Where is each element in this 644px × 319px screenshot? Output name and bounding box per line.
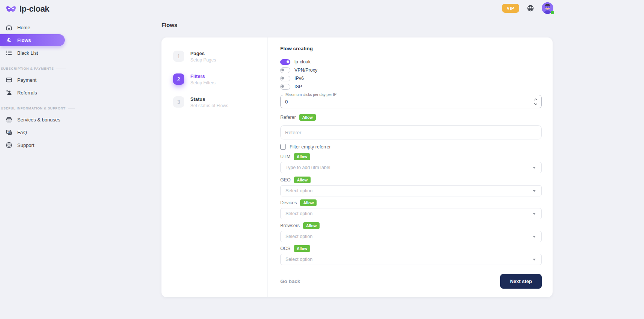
credit-card-icon xyxy=(6,76,12,83)
sidebar-item-flows[interactable]: Flows xyxy=(0,34,65,46)
browsers-placeholder: Select option xyxy=(285,234,533,239)
chevron-down-icon xyxy=(533,213,536,215)
lifebuoy-icon xyxy=(6,142,12,148)
brand-logo[interactable]: lp-cloak xyxy=(6,4,49,14)
toggle-row-isp: ISP xyxy=(280,82,542,91)
chevron-down-icon xyxy=(533,259,536,261)
utm-placeholder: Type to add utm label xyxy=(285,165,533,170)
gift-icon xyxy=(6,116,12,123)
devices-placeholder: Select option xyxy=(285,211,533,216)
user-avatar[interactable] xyxy=(542,2,553,14)
sidebar-item-services[interactable]: Services & bonuses xyxy=(0,113,75,126)
geo-label: GEO xyxy=(280,177,291,183)
checkbox-label: Filter empty referrer xyxy=(290,144,331,150)
sidebar: Home Flows Black List SUBSCRIPTION & PAY… xyxy=(0,21,75,151)
globe-language-icon[interactable] xyxy=(527,5,534,12)
step-subtitle: Setup Filters xyxy=(190,80,215,86)
online-status-dot xyxy=(551,11,554,14)
faq-bubble-icon: ?! xyxy=(6,129,12,136)
mask-logo-icon xyxy=(6,5,16,13)
referer-label-row: Referer Allow xyxy=(280,114,542,121)
list-icon xyxy=(6,49,12,56)
sidebar-item-label: Services & bonuses xyxy=(17,117,60,123)
step-title: Status xyxy=(190,96,228,102)
step-number: 1 xyxy=(173,51,184,62)
sidebar-section-support: USEFUL INFORMATION & SUPPORT xyxy=(1,106,75,110)
devices-select[interactable]: Select option xyxy=(280,208,542,219)
sidebar-item-black-list[interactable]: Black List xyxy=(0,46,75,59)
utm-allow-badge[interactable]: Allow xyxy=(294,153,310,160)
step-title: Filters xyxy=(190,73,215,79)
sidebar-item-support[interactable]: Support xyxy=(0,139,75,151)
flow-card: 1 Pages Setup Pages 2 Filters Setup Filt… xyxy=(161,37,553,297)
sidebar-section-subscription: SUBSCRIPTION & PAYMENTS xyxy=(1,67,75,70)
utm-label: UTM xyxy=(280,154,290,159)
step-subtitle: Setup Pages xyxy=(190,57,216,63)
vpn-proxy-toggle[interactable] xyxy=(280,67,290,73)
browsers-select[interactable]: Select option xyxy=(280,231,542,242)
sidebar-item-home[interactable]: Home xyxy=(0,21,75,34)
form-title: Flow creating xyxy=(280,46,542,51)
sidebar-item-label: Flows xyxy=(17,37,31,43)
sidebar-item-payment[interactable]: Payment xyxy=(0,73,75,86)
home-icon xyxy=(6,24,12,31)
sidebar-item-label: Black List xyxy=(17,50,38,56)
isp-toggle[interactable] xyxy=(280,84,290,90)
filter-empty-referrer-row[interactable]: Filter empty referrer xyxy=(280,144,542,150)
toggle-label: lp-cloak xyxy=(294,59,311,64)
utm-label-row: UTM Allow xyxy=(280,153,542,160)
next-step-button[interactable]: Next step xyxy=(500,274,542,289)
step-filters[interactable]: 2 Filters Setup Filters xyxy=(173,73,267,86)
toggle-label: VPN/Proxy xyxy=(294,67,317,73)
browsers-allow-badge[interactable]: Allow xyxy=(303,222,320,229)
step-pages[interactable]: 1 Pages Setup Pages xyxy=(173,51,267,63)
toggle-label: ISP xyxy=(294,84,302,89)
geo-allow-badge[interactable]: Allow xyxy=(294,177,311,183)
chevron-down-icon xyxy=(533,236,536,238)
utm-select[interactable]: Type to add utm label xyxy=(280,162,542,173)
sidebar-item-faq[interactable]: ?! FAQ xyxy=(0,126,75,139)
geo-select[interactable]: Select option xyxy=(280,185,542,196)
filter-empty-referrer-checkbox[interactable] xyxy=(280,144,286,150)
referer-input[interactable] xyxy=(285,130,537,135)
ocs-select[interactable]: Select option xyxy=(280,254,542,265)
number-stepper[interactable] xyxy=(535,99,537,105)
sidebar-item-label: Referrals xyxy=(17,90,37,96)
sidebar-item-referrals[interactable]: Referrals xyxy=(0,86,75,99)
ipv6-toggle[interactable] xyxy=(280,76,290,81)
referral-person-icon xyxy=(6,89,12,96)
referer-allow-badge[interactable]: Allow xyxy=(299,114,316,121)
devices-label: Devices xyxy=(280,200,297,205)
sidebar-item-label: Support xyxy=(17,142,34,148)
flow-form: Flow creating lp-cloak VPN/Proxy IPv6 IS… xyxy=(267,37,547,297)
ocs-placeholder: Select option xyxy=(285,257,533,262)
referer-label: Referer xyxy=(280,115,296,120)
devices-allow-badge[interactable]: Allow xyxy=(300,199,317,206)
toggle-row-vpn-proxy: VPN/Proxy xyxy=(280,66,542,74)
lp-cloak-toggle[interactable] xyxy=(280,59,290,65)
sidebar-item-label: Home xyxy=(17,25,30,30)
browsers-label: Browsers xyxy=(280,223,300,228)
devices-label-row: Devices Allow xyxy=(280,199,542,206)
page-title: Flows xyxy=(161,22,178,28)
stepper: 1 Pages Setup Pages 2 Filters Setup Filt… xyxy=(161,37,267,297)
step-status[interactable]: 3 Status Set status of Flows xyxy=(173,96,267,109)
sidebar-item-label: FAQ xyxy=(17,130,27,135)
toggle-row-ipv6: IPv6 xyxy=(280,74,542,82)
toggle-label: IPv6 xyxy=(294,76,304,81)
ocs-label-row: OCS Allow xyxy=(280,245,542,252)
ocs-label: OCS xyxy=(280,246,290,251)
max-clicks-input[interactable] xyxy=(285,99,532,105)
geo-placeholder: Select option xyxy=(285,188,533,193)
vip-badge[interactable]: VIP xyxy=(502,4,519,13)
referer-input-wrap xyxy=(280,125,542,139)
step-subtitle: Set status of Flows xyxy=(190,103,228,109)
geo-label-row: GEO Allow xyxy=(280,177,542,183)
brand-name: lp-cloak xyxy=(19,4,49,14)
flows-icon xyxy=(6,37,12,43)
max-clicks-label: Maximum clicks per day per IP xyxy=(284,93,338,97)
toggle-row-lp-cloak: lp-cloak xyxy=(280,58,542,66)
step-number: 3 xyxy=(173,96,184,108)
go-back-link[interactable]: Go back xyxy=(280,279,300,284)
ocs-allow-badge[interactable]: Allow xyxy=(294,245,310,252)
